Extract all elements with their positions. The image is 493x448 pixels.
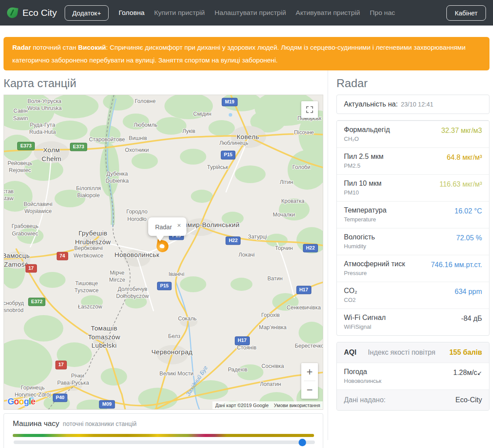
sensor-value: -84 дБ [461,315,482,330]
time-machine-card: Машина часу поточні показники станцій [4,413,323,448]
sensor-info: Пил 10 мкм PM10 [344,180,381,196]
sensor-row: Атмосферний тиск Pressure 746.16 мм.рт.с… [337,255,489,282]
marker-tooltip: Radar × [148,217,186,236]
google-logo-letter: G [7,397,14,406]
sensor-value: 72.05 % [456,234,482,250]
google-logo-letter: e [31,397,35,406]
tooltip-station-name[interactable]: Radar [155,224,172,231]
sensors-card: Формальдегід CH₂O 32.37 мкг/м3 Пил 2.5 м… [336,120,489,336]
wind-direction-icon: ↙ [477,370,482,376]
sensor-row: Пил 10 мкм PM10 116.63 мкг/м³ [337,174,489,201]
sensor-sublabel: Temperature [344,216,387,223]
alert-status: Високий [78,44,106,51]
sensor-label: Формальдегід [344,126,390,134]
sensor-sublabel: WiFiSignal [344,323,386,330]
time-machine-subtitle: поточні показники станцій [63,420,137,427]
sensor-row: Вологість Humidity 72.05 % [337,228,489,255]
sensor-row: CO₂ CO2 634 ppm [337,282,489,308]
sensor-info: Wi-Fi Сигнал WiFiSignal [344,314,386,330]
sensor-row: Пил 2.5 мкм PM2.5 64.8 мкг/м³ [337,147,489,174]
sensor-info: CO₂ CO2 [344,287,357,303]
aqi-card: AQI Індекс якості повітря 155 балів Пого… [336,342,489,411]
aqi-history-gradient-bar [13,434,314,437]
stations-map[interactable]: Воля-Угруска Wola Uhruska Головне Савін … [4,95,323,410]
sensor-value: 16.02 °C [455,207,482,223]
time-machine-header: Машина часу поточні показники станцій [13,419,314,428]
sensor-label: Вологість [344,233,375,241]
provider-row: Дані надано: Eco-City [337,389,489,410]
updated-value: 23/10 12:41 [401,101,433,108]
sensor-sublabel: CH₂O [344,136,390,142]
aqi-header: AQI Індекс якості повітря 155 балів [337,342,489,363]
sensor-value: 116.63 мкг/м³ [439,180,482,196]
time-slider[interactable] [14,441,315,444]
sensor-info: Вологість Humidity [344,233,375,250]
weather-info: Погода Нововолинськ [344,368,381,384]
weather-city: Нововолинськ [344,378,381,384]
sensor-label: Атмосферний тиск [344,260,405,268]
sensor-row: Температура Temperature 16.02 °C [337,201,489,228]
alert-text: поточний стан [31,44,78,51]
aqi-abbr: AQI [344,349,356,356]
sensor-row: Wi-Fi Сигнал WiFiSignal -84 дБ [337,308,489,335]
map-attribution: Дані карт ©2019 Google Умови використанн… [212,401,323,409]
weather-row: Погода Нововолинськ 1.28м/с↙ [337,363,489,389]
sensor-label: Пил 2.5 мкм [344,153,383,161]
sensor-sublabel: Pressure [344,270,405,276]
weather-label: Погода [344,368,381,376]
sensor-value: 746.16 мм.рт.ст. [431,261,482,276]
sensor-row: Формальдегід CH₂O 32.37 мкг/м3 [337,121,489,147]
sensor-info: Формальдегід CH₂O [344,126,390,142]
zoom-out-button[interactable]: − [301,381,318,399]
sensor-info: Атмосферний тиск Pressure [344,260,405,276]
alert-banner: Radar поточний стан Високий: Спричиняє д… [4,37,489,70]
nav-link[interactable]: Налаштувати пристрій [210,5,291,20]
sensor-value: 634 ppm [455,288,482,303]
wind-speed: 1.28м/с [453,369,478,376]
station-title: Radar [336,77,489,90]
eco-leaf-icon [6,7,18,18]
map-graphic [4,95,323,410]
zoom-in-button[interactable]: + [301,363,318,381]
fullscreen-icon [306,106,314,114]
weather-value: 1.28м/с↙ [453,369,482,384]
brand[interactable]: Eco City [7,7,57,18]
terms-link[interactable]: Умови використання [271,401,323,409]
fullscreen-button[interactable] [301,101,318,118]
sensor-sublabel: PM2.5 [344,162,383,169]
sensor-label: CO₂ [344,287,357,295]
nav-link[interactable]: Купити пристрій [150,5,210,20]
google-logo-letter: g [24,397,29,406]
app-plus-button[interactable]: Додаток+ [65,5,108,21]
sensor-sublabel: Humidity [344,243,375,250]
provider-label: Дані надано: [344,396,386,404]
nav-link[interactable]: Активувати пристрій [291,5,365,20]
google-logo-letter: o [19,397,24,406]
sensor-label: Температура [344,206,387,214]
main-content: Карта станцій [0,70,493,448]
map-copyright: Дані карт ©2019 Google [212,401,271,409]
brand-title: Eco City [22,7,57,18]
time-machine-title: Машина часу [13,419,59,428]
provider-value: Eco-City [456,396,482,404]
map-section: Карта станцій [4,70,323,448]
sensor-sublabel: CO2 [344,297,357,303]
cabinet-button[interactable]: Кабінет [446,5,486,21]
station-marker-glyph [160,244,165,249]
updated-label: Актуальність на: [344,100,398,108]
close-icon[interactable]: × [177,222,181,228]
nav-link[interactable]: Головна [114,5,150,20]
sensor-label: Пил 10 мкм [344,180,381,187]
sensor-sublabel: PM10 [344,189,381,196]
aqi-label: Індекс якості повітря [368,349,435,356]
google-logo[interactable]: Google [7,397,35,407]
station-sidebar: Radar Актуальність на: 23/10 12:41 Форма… [328,70,489,440]
map-zoom-control: + − [301,363,318,399]
sensor-info: Пил 2.5 мкм PM2.5 [344,153,383,169]
sensor-label: Wi-Fi Сигнал [344,314,386,322]
aqi-value: 155 балів [449,349,482,356]
sensor-value: 64.8 мкг/м³ [447,154,482,169]
navbar: Eco City Додаток+ Головна Купити пристрі… [0,0,493,26]
nav-link[interactable]: Про нас [365,5,400,20]
sensor-info: Температура Temperature [344,206,387,223]
